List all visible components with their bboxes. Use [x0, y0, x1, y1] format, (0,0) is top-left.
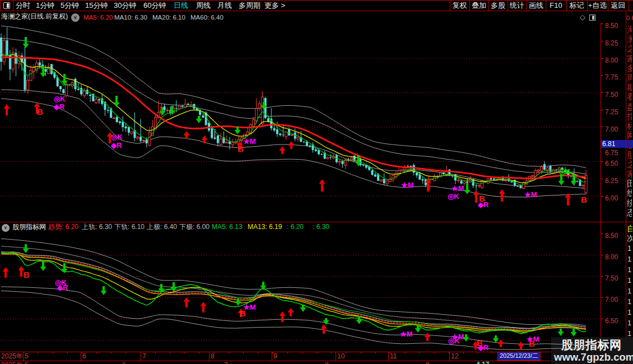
svg-text:◆R: ◆R: [477, 200, 489, 209]
svg-text:◆R: ◆R: [57, 283, 68, 292]
svg-text:B: B: [581, 195, 587, 204]
svg-text:◎K: ◎K: [54, 95, 66, 103]
svg-text:◎K: ◎K: [111, 133, 123, 141]
svg-text:B: B: [37, 107, 43, 116]
svg-text:◎K: ◎K: [448, 337, 460, 345]
svg-text:★M: ★M: [452, 184, 464, 193]
svg-text:◆R: ◆R: [110, 141, 122, 150]
svg-text:B: B: [24, 270, 30, 279]
svg-text:★M: ★M: [400, 330, 412, 338]
svg-text:★M: ★M: [243, 303, 255, 311]
svg-text:◎K: ◎K: [559, 167, 571, 176]
svg-text:★M: ★M: [401, 181, 413, 189]
svg-text:◆R: ◆R: [53, 102, 65, 111]
svg-text:★M: ★M: [243, 137, 255, 146]
svg-text:◆R: ◆R: [477, 343, 489, 352]
svg-text:★M: ★M: [527, 335, 539, 343]
svg-text:★M: ★M: [524, 190, 537, 199]
svg-text:◎K: ◎K: [448, 192, 459, 200]
